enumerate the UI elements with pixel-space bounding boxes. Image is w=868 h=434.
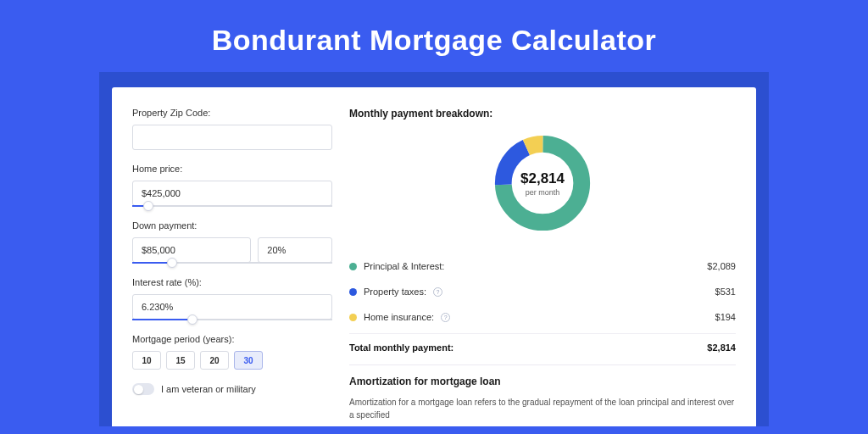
total-value: $2,814 xyxy=(707,342,736,353)
interest-rate-input[interactable] xyxy=(132,294,332,320)
legend-value: $194 xyxy=(715,312,736,322)
donut-amount: $2,814 xyxy=(520,170,565,187)
period-group: Mortgage period (years): 10 15 20 30 xyxy=(132,334,332,370)
period-option-15[interactable]: 15 xyxy=(166,351,195,370)
dot-icon xyxy=(349,263,357,270)
home-price-group: Home price: xyxy=(132,164,332,207)
veteran-toggle[interactable] xyxy=(132,383,154,395)
legend-row-insurance: Home insurance: ? $194 xyxy=(349,304,736,330)
down-payment-group: Down payment: xyxy=(132,220,332,264)
breakdown-title: Monthly payment breakdown: xyxy=(349,108,736,120)
info-icon[interactable]: ? xyxy=(433,287,442,297)
legend-left: Principal & Interest: xyxy=(349,261,444,271)
home-price-slider[interactable] xyxy=(132,205,332,207)
down-payment-input[interactable] xyxy=(132,237,251,263)
legend-value: $2,089 xyxy=(707,261,736,271)
calculator-card: Property Zip Code: Home price: Down paym… xyxy=(112,87,756,426)
legend-label: Home insurance: xyxy=(364,312,434,322)
period-options: 10 15 20 30 xyxy=(132,351,332,370)
home-price-input[interactable] xyxy=(132,181,332,206)
inputs-column: Property Zip Code: Home price: Down paym… xyxy=(132,108,332,426)
legend-row-principal: Principal & Interest: $2,089 xyxy=(349,253,736,279)
toggle-knob xyxy=(134,385,143,394)
legend-row-taxes: Property taxes: ? $531 xyxy=(349,279,736,304)
breakdown-column: Monthly payment breakdown: $2,814 per mo… xyxy=(349,108,736,426)
dot-icon xyxy=(349,288,357,296)
interest-rate-label: Interest rate (%): xyxy=(132,277,332,287)
legend-value: $531 xyxy=(715,287,736,297)
zip-group: Property Zip Code: xyxy=(132,108,332,150)
period-label: Mortgage period (years): xyxy=(132,334,332,344)
period-option-10[interactable]: 10 xyxy=(132,351,161,370)
slider-thumb[interactable] xyxy=(187,314,198,325)
down-payment-slider[interactable] xyxy=(132,262,332,264)
dot-icon xyxy=(349,314,357,321)
legend-label: Principal & Interest: xyxy=(364,261,444,271)
amortization-block: Amortization for mortgage loan Amortizat… xyxy=(349,376,736,421)
veteran-label: I am veteran or military xyxy=(161,384,256,394)
donut-center: $2,814 per month xyxy=(491,131,594,235)
legend-left: Property taxes: ? xyxy=(349,287,442,297)
legend-label: Property taxes: xyxy=(364,287,426,297)
amortization-text: Amortization for a mortgage loan refers … xyxy=(349,396,736,421)
slider-fill xyxy=(132,319,192,320)
slider-thumb[interactable] xyxy=(167,258,177,268)
donut-sub: per month xyxy=(526,188,560,197)
legend-left: Home insurance: ? xyxy=(349,312,450,322)
zip-input[interactable] xyxy=(132,125,332,150)
slider-fill xyxy=(132,262,172,264)
info-icon[interactable]: ? xyxy=(441,313,450,322)
donut-chart-wrap: $2,814 per month xyxy=(349,131,736,235)
interest-rate-slider[interactable] xyxy=(132,319,332,320)
total-row: Total monthly payment: $2,814 xyxy=(349,333,736,364)
period-option-20[interactable]: 20 xyxy=(200,351,229,370)
home-price-label: Home price: xyxy=(132,164,332,174)
zip-label: Property Zip Code: xyxy=(132,108,332,118)
slider-thumb[interactable] xyxy=(143,201,153,211)
down-payment-label: Down payment: xyxy=(132,220,332,231)
amortization-title: Amortization for mortgage loan xyxy=(349,376,736,387)
total-label: Total monthly payment: xyxy=(349,342,453,353)
section-divider xyxy=(349,364,736,365)
down-payment-pct-input[interactable] xyxy=(258,237,332,263)
down-payment-row xyxy=(132,237,332,263)
period-option-30[interactable]: 30 xyxy=(234,351,263,370)
title-band: Property Zip Code: Home price: Down paym… xyxy=(99,72,769,426)
page-title: Bondurant Mortgage Calculator xyxy=(0,0,868,72)
donut-chart: $2,814 per month xyxy=(491,131,594,235)
veteran-row: I am veteran or military xyxy=(132,383,332,395)
interest-rate-group: Interest rate (%): xyxy=(132,277,332,320)
